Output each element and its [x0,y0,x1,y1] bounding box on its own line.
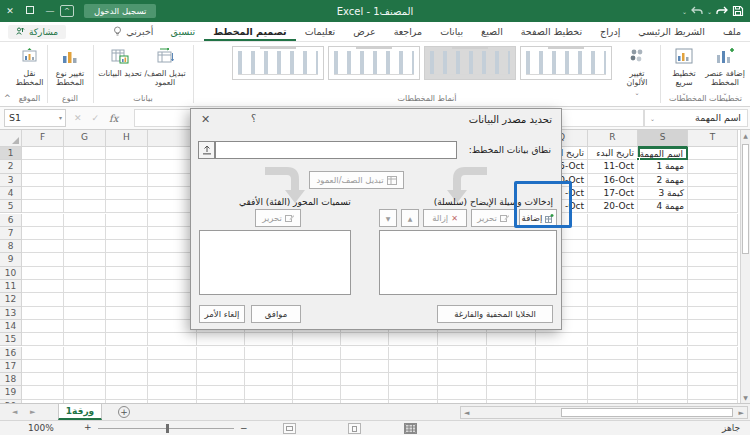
column-header-R[interactable]: R [588,130,638,147]
cell-T12[interactable] [688,293,738,306]
change-colors-button[interactable]: تغيير الألوان⌄ [618,45,656,95]
vertical-scrollbar-thumb[interactable] [742,144,749,254]
cell[interactable] [487,347,536,360]
row-header-19[interactable]: 19 [0,386,22,399]
cell-Q17[interactable] [536,360,588,373]
chart-data-range-input[interactable] [215,141,457,159]
cell[interactable] [197,386,245,399]
cell-S11[interactable] [638,280,688,293]
dialog-help-icon[interactable]: ؟ [251,113,256,124]
cell-F12[interactable] [22,293,64,306]
cell-G3[interactable] [64,174,106,187]
cell-T15[interactable] [688,333,738,346]
name-box-dropdown-icon[interactable]: ▾ [59,114,62,121]
cell-G10[interactable] [64,267,106,280]
cell[interactable] [389,333,438,346]
cell[interactable] [341,347,389,360]
cell[interactable] [245,386,293,399]
row-header-10[interactable]: 10 [0,267,22,280]
row-header-7[interactable]: 7 [0,227,22,240]
quick-layout-button[interactable]: تخطيط سريع⌄ [664,45,704,95]
column-header-S[interactable]: S [638,130,688,147]
page-layout-view-icon[interactable] [283,423,296,434]
cell[interactable] [245,373,293,386]
ribbon-tab-10[interactable]: تنسيق [161,22,204,41]
cancel-button[interactable]: إلغاء الأمر [199,305,245,323]
chart-style-thumbnail-4[interactable] [232,46,324,80]
redo-icon[interactable] [716,6,728,17]
cell-H10[interactable] [106,267,148,280]
cell-G5[interactable] [64,200,106,213]
cell-H19[interactable] [106,386,148,399]
cell-G16[interactable] [64,347,106,360]
cell-S7[interactable] [638,227,688,240]
ribbon-tab-9[interactable]: تصميم المخطط [204,22,295,41]
cell-R8[interactable] [588,240,638,253]
zoom-slider-thumb[interactable] [166,424,169,433]
scroll-up-icon[interactable]: ▲ [741,130,750,139]
cell[interactable] [293,347,341,360]
cell-R10[interactable] [588,267,638,280]
row-header-1[interactable]: 1 [0,147,22,160]
tell-me-tab[interactable]: أخبرني [105,22,161,41]
dialog-switch-row-column-button[interactable]: تبديل الصف/العمود [309,171,404,189]
cell-R2[interactable]: 11-Oct [588,160,638,173]
cell-G6[interactable] [64,214,106,227]
cell[interactable] [389,360,438,373]
cell-Q15[interactable] [536,333,588,346]
cell-R14[interactable] [588,320,638,333]
series-remove-button[interactable]: ✕ إزالة [423,209,467,227]
cell-H2[interactable] [106,160,148,173]
zoom-out-icon[interactable]: − [240,423,248,433]
horizontal-scrollbar[interactable]: ◄ ► [460,406,748,419]
cell[interactable] [389,347,438,360]
cell-G1[interactable] [64,147,106,160]
cell[interactable] [341,360,389,373]
cell-G18[interactable] [64,373,106,386]
row-header-11[interactable]: 11 [0,280,22,293]
cell[interactable] [438,360,487,373]
cell-S15[interactable] [638,333,688,346]
cell-H11[interactable] [106,280,148,293]
cell-H9[interactable] [106,253,148,266]
cell[interactable] [389,373,438,386]
zoom-level[interactable]: 100% [28,423,54,433]
formula-bar-expand-icon[interactable]: ⌄ [650,115,655,122]
ok-button[interactable]: موافق [251,305,301,323]
cell-F9[interactable] [22,253,64,266]
cell-H5[interactable] [106,200,148,213]
cell-F2[interactable] [22,160,64,173]
cell-G19[interactable] [64,386,106,399]
cell-F17[interactable] [22,360,64,373]
cell-G13[interactable] [64,307,106,320]
column-header-G[interactable]: G [64,130,106,147]
cell-F13[interactable] [22,307,64,320]
cell-R15[interactable] [588,333,638,346]
cell-R5[interactable]: 20-Oct [588,200,638,213]
cell-R1[interactable]: تاريخ البدء [588,147,638,160]
cell-S10[interactable] [638,267,688,280]
cell-T14[interactable] [688,320,738,333]
cell-T13[interactable] [688,307,738,320]
cell-T18[interactable] [688,373,738,386]
cell-F16[interactable] [22,347,64,360]
ribbon-tab-8[interactable]: تعليمات [296,22,345,41]
cell-G4[interactable] [64,187,106,200]
sheet-nav-right-icon[interactable]: ► [30,408,35,416]
ribbon-tab-7[interactable]: عرض [344,22,384,41]
sheet-tab-active[interactable]: ورقة1 [58,404,102,420]
row-header-2[interactable]: 2 [0,160,22,173]
cell-H13[interactable] [106,307,148,320]
cell-S2[interactable]: مهمة 1 [638,160,688,173]
row-header-3[interactable]: 3 [0,174,22,187]
cell-H6[interactable] [106,214,148,227]
cell[interactable] [148,360,197,373]
cell-F1[interactable] [22,147,64,160]
cell-H17[interactable] [106,360,148,373]
cell-T7[interactable] [688,227,738,240]
cell-F8[interactable] [22,240,64,253]
column-header-H[interactable]: H [106,130,148,147]
cell-T1[interactable] [688,147,738,160]
save-icon[interactable] [732,5,744,17]
cell-T19[interactable] [688,386,738,399]
